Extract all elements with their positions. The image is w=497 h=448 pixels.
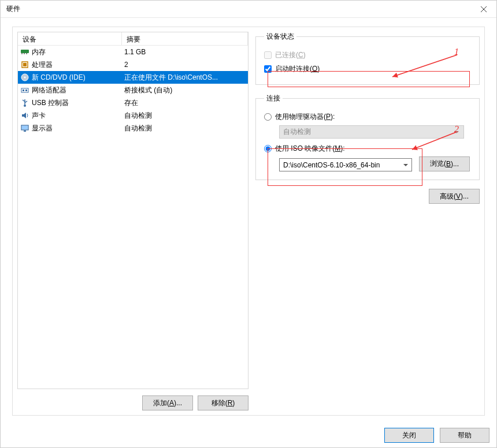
- connect-on-start-checkbox[interactable]: [264, 65, 272, 73]
- svg-rect-12: [25, 89, 27, 91]
- device-summary: 存在: [122, 98, 248, 108]
- add-remove-row: 添加(A)... 移除(R): [17, 395, 248, 410]
- svg-line-21: [392, 55, 457, 77]
- close-button[interactable]: [470, 1, 496, 18]
- device-row-2[interactable]: 新 CD/DVD (IDE)正在使用文件 D:\iso\CentOS...: [18, 71, 248, 84]
- device-name: 内存: [31, 47, 122, 57]
- device-name: 新 CD/DVD (IDE): [31, 73, 122, 83]
- use-iso-radio[interactable]: [264, 145, 272, 152]
- annotation-arrow-2: [409, 131, 461, 152]
- svg-rect-2: [21, 50, 29, 53]
- svg-rect-4: [24, 53, 25, 54]
- svg-rect-7: [23, 63, 27, 66]
- iso-path-value: D:\iso\CentOS-6.10-x86_64-bin: [283, 161, 380, 169]
- connected-checkbox: [264, 51, 272, 59]
- device-list[interactable]: 设备 摘要 内存1.1 GB处理器2新 CD/DVD (IDE)正在使用文件 D…: [17, 32, 248, 389]
- device-summary: 2: [122, 61, 248, 69]
- use-physical-radio[interactable]: [264, 113, 272, 121]
- device-state-legend: 设备状态: [264, 32, 296, 42]
- connection-legend: 连接: [264, 94, 283, 103]
- device-summary: 1.1 GB: [122, 48, 248, 56]
- svg-rect-3: [21, 53, 23, 54]
- svg-line-22: [412, 132, 456, 150]
- window-title: 硬件: [6, 4, 470, 14]
- column-header-device[interactable]: 设备: [18, 32, 122, 45]
- advanced-button[interactable]: 高级(V)...: [429, 189, 480, 204]
- close-dialog-button[interactable]: 关闭: [384, 428, 434, 443]
- svg-point-13: [24, 104, 26, 107]
- device-summary: 自动检测: [122, 111, 248, 121]
- device-row-6[interactable]: 显示器自动检测: [18, 122, 248, 135]
- inner-panel: 设备 摘要 内存1.1 GB处理器2新 CD/DVD (IDE)正在使用文件 D…: [12, 27, 485, 416]
- device-summary: 正在使用文件 D:\iso\CentOS...: [122, 73, 248, 83]
- device-summary: 桥接模式 (自动): [122, 85, 248, 95]
- display-icon: [19, 124, 31, 133]
- help-button[interactable]: 帮助: [440, 428, 489, 443]
- use-physical-radio-row[interactable]: 使用物理驱动器(P):: [264, 110, 471, 123]
- svg-marker-17: [22, 113, 26, 118]
- device-summary: 自动检测: [122, 124, 248, 133]
- remove-button[interactable]: 移除(R): [198, 395, 248, 410]
- svg-rect-10: [21, 88, 28, 92]
- svg-rect-20: [24, 130, 26, 132]
- cpu-icon: [19, 60, 31, 69]
- use-iso-label: 使用 ISO 映像文件(M):: [275, 144, 345, 154]
- svg-rect-19: [22, 126, 28, 129]
- usb-icon: [19, 98, 31, 107]
- column-header-summary[interactable]: 摘要: [122, 32, 248, 45]
- device-name: 网络适配器: [31, 85, 122, 95]
- device-name: USB 控制器: [31, 98, 122, 108]
- device-name: 声卡: [31, 111, 122, 121]
- svg-rect-5: [26, 53, 27, 54]
- physical-drive-value: 自动检测: [283, 127, 311, 137]
- add-button[interactable]: 添加(A)...: [142, 395, 193, 410]
- use-physical-label: 使用物理驱动器(P):: [275, 112, 335, 122]
- connected-label: 已连接(C): [275, 50, 306, 60]
- annotation-arrow-1: [389, 54, 461, 79]
- device-list-body: 内存1.1 GB处理器2新 CD/DVD (IDE)正在使用文件 D:\iso\…: [18, 46, 248, 135]
- content-area: 设备 摘要 内存1.1 GB处理器2新 CD/DVD (IDE)正在使用文件 D…: [6, 21, 491, 421]
- device-list-header: 设备 摘要: [18, 32, 248, 46]
- browse-button[interactable]: 浏览(B)...: [419, 156, 470, 171]
- iso-path-row: D:\iso\CentOS-6.10-x86_64-bin 浏览(B)...: [264, 156, 471, 171]
- device-row-1[interactable]: 处理器2: [18, 58, 248, 71]
- advanced-row: 高级(V)...: [255, 189, 480, 204]
- device-row-3[interactable]: 网络适配器桥接模式 (自动): [18, 84, 248, 96]
- svg-rect-11: [23, 89, 24, 91]
- net-icon: [19, 85, 31, 95]
- device-row-4[interactable]: USB 控制器存在: [18, 96, 248, 109]
- titlebar: 硬件: [1, 1, 496, 18]
- connect-on-start-label: 启动时连接(O): [275, 64, 320, 74]
- memory-icon: [19, 48, 31, 55]
- close-icon: [481, 6, 487, 12]
- cd-icon: [19, 73, 31, 82]
- device-row-0[interactable]: 内存1.1 GB: [18, 46, 248, 58]
- device-name: 处理器: [31, 60, 122, 70]
- hardware-window: 硬件 设备 摘要 内存1.1 GB处理器2新 CD/DVD (IDE)正在使用文…: [0, 0, 497, 448]
- iso-path-combo[interactable]: D:\iso\CentOS-6.10-x86_64-bin: [279, 158, 412, 171]
- svg-point-9: [24, 77, 26, 79]
- device-name: 显示器: [31, 124, 122, 133]
- sound-icon: [19, 111, 31, 120]
- footer-buttons: 关闭 帮助: [384, 428, 489, 443]
- device-row-5[interactable]: 声卡自动检测: [18, 109, 248, 122]
